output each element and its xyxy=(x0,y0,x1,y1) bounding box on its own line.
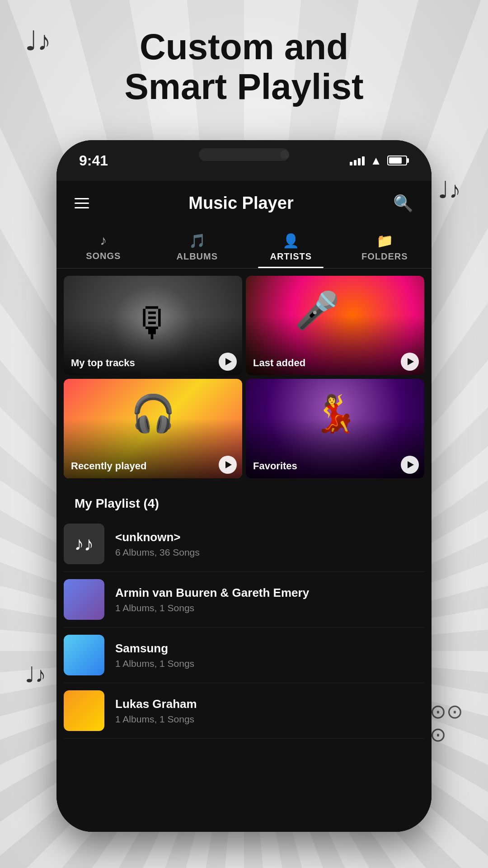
hamburger-button[interactable] xyxy=(75,198,89,208)
phone-screen: Music Player 🔍 ♪ SONGS 🎵 ALBUMS 👤 ARTIST… xyxy=(56,181,432,832)
artists-icon: 👤 xyxy=(282,233,299,249)
phone-frame: 9:41 ▲ Music Player 🔍 xyxy=(56,140,432,832)
artist-meta-armin: 1 Albums, 1 Songs xyxy=(115,603,424,613)
note-decoration-tr: ♩♪ xyxy=(438,176,461,203)
tab-folders-label: FOLDERS xyxy=(361,251,408,262)
artist-meta-samsung: 1 Albums, 1 Songs xyxy=(115,658,424,669)
artist-meta-lukas: 1 Albums, 1 Songs xyxy=(115,714,424,725)
artist-info-samsung: Samsung 1 Albums, 1 Songs xyxy=(115,642,424,669)
tab-songs[interactable]: ♪ SONGS xyxy=(56,226,150,268)
artist-name-unknown: <unknown> xyxy=(115,530,424,544)
card-favorites-label: Favorites xyxy=(253,460,297,472)
page-title: Custom and Smart Playlist xyxy=(0,27,488,107)
signal-icon xyxy=(350,156,365,165)
artist-info-lukas: Lukas Graham 1 Albums, 1 Songs xyxy=(115,697,424,725)
tab-folders[interactable]: 📁 FOLDERS xyxy=(338,226,432,268)
status-bar: 9:41 ▲ xyxy=(56,140,432,181)
tab-albums-label: ALBUMS xyxy=(176,251,218,262)
tab-albums[interactable]: 🎵 ALBUMS xyxy=(150,226,244,268)
artist-thumb-armin xyxy=(64,579,104,620)
tab-songs-label: SONGS xyxy=(86,251,121,261)
battery-icon xyxy=(387,156,409,165)
my-playlist-header: My Playlist (4) xyxy=(56,486,432,516)
card-last-added-play[interactable] xyxy=(401,353,419,371)
status-icons: ▲ xyxy=(350,154,409,168)
artist-info-unknown: <unknown> 6 Albums, 36 Songs xyxy=(115,530,424,558)
artist-name-lukas: Lukas Graham xyxy=(115,697,424,711)
playlist-grid: My top tracks Last added Recently played… xyxy=(56,269,432,486)
app-header: Music Player 🔍 xyxy=(56,181,432,226)
tab-artists-label: ARTISTS xyxy=(270,251,312,262)
card-favorites[interactable]: Favorites xyxy=(246,379,424,478)
note-decoration-bl: ♩♪ xyxy=(25,662,46,687)
artist-item-lukas[interactable]: Lukas Graham 1 Albums, 1 Songs xyxy=(64,683,424,739)
card-favorites-play[interactable] xyxy=(401,456,419,474)
artist-name-armin: Armin van Buuren & Gareth Emery xyxy=(115,586,424,600)
card-last-added[interactable]: Last added xyxy=(246,276,424,375)
artist-item-samsung[interactable]: Samsung 1 Albums, 1 Songs xyxy=(64,627,424,683)
card-recently-played-label: Recently played xyxy=(71,460,147,472)
songs-icon: ♪ xyxy=(100,233,107,248)
artist-item-unknown[interactable]: ♪ <unknown> 6 Albums, 36 Songs xyxy=(64,516,424,572)
search-button[interactable]: 🔍 xyxy=(393,194,413,213)
artist-thumb-unknown: ♪ xyxy=(64,524,104,564)
artist-item-armin[interactable]: Armin van Buuren & Gareth Emery 1 Albums… xyxy=(64,572,424,627)
artist-thumb-samsung xyxy=(64,635,104,675)
card-top-tracks-label: My top tracks xyxy=(71,357,135,369)
card-last-added-label: Last added xyxy=(253,357,305,369)
app-title: Music Player xyxy=(89,193,393,213)
tabs-bar: ♪ SONGS 🎵 ALBUMS 👤 ARTISTS 📁 FOLDERS xyxy=(56,226,432,269)
wifi-icon: ▲ xyxy=(370,154,382,168)
artist-thumb-lukas xyxy=(64,690,104,731)
note-decoration-br: ⊙⊙⊙ xyxy=(430,700,463,746)
card-recently-played[interactable]: Recently played xyxy=(64,379,242,478)
folders-icon: 📁 xyxy=(376,233,393,249)
artist-list: ♪ <unknown> 6 Albums, 36 Songs Armin van… xyxy=(56,516,432,739)
notch-pill xyxy=(199,148,289,161)
camera-dot xyxy=(280,150,289,159)
artist-meta-unknown: 6 Albums, 36 Songs xyxy=(115,547,424,558)
artist-name-samsung: Samsung xyxy=(115,642,424,656)
card-top-tracks-play[interactable] xyxy=(219,353,237,371)
artist-info-armin: Armin van Buuren & Gareth Emery 1 Albums… xyxy=(115,586,424,613)
card-top-tracks[interactable]: My top tracks xyxy=(64,276,242,375)
status-time: 9:41 xyxy=(79,152,108,169)
tab-artists[interactable]: 👤 ARTISTS xyxy=(244,226,338,268)
albums-icon: 🎵 xyxy=(189,233,206,249)
music-note-icon: ♪ xyxy=(75,533,84,555)
card-recently-played-play[interactable] xyxy=(219,456,237,474)
